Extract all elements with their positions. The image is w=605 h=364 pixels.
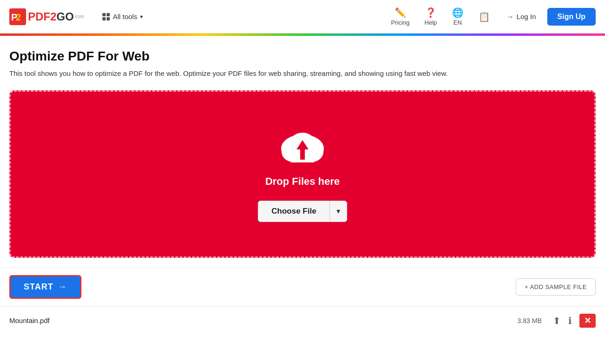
header: P 2 PDF 2 GO .com All tools ▾ ✏️ Pricing…: [0, 0, 605, 34]
choose-file-button[interactable]: Choose File ▾: [258, 201, 347, 222]
page-title: Optimize PDF For Web: [9, 49, 596, 64]
main-content: Optimize PDF For Web This tool shows you…: [0, 36, 605, 267]
login-icon: →: [507, 13, 514, 20]
login-label: Log In: [517, 13, 536, 20]
nav-history[interactable]: 📋: [473, 8, 496, 25]
help-icon: ❓: [425, 7, 437, 18]
download-icon: ⬆: [553, 316, 561, 326]
signup-label: Sign Up: [558, 13, 585, 20]
logo-go: GO: [56, 10, 74, 23]
logo-com: .com: [74, 14, 84, 19]
file-download-button[interactable]: ⬆: [549, 313, 565, 328]
file-name: Mountain.pdf: [9, 317, 518, 324]
language-label: EN: [453, 19, 462, 26]
drop-text: Drop Files here: [265, 175, 340, 188]
file-info-button[interactable]: ℹ: [565, 313, 576, 328]
chevron-down-icon: ▾: [140, 13, 143, 20]
file-row: Mountain.pdf 3.83 MB ⬆ ℹ ✕: [0, 306, 605, 335]
logo-2: 2: [50, 10, 56, 23]
bottom-toolbar: START → + ADD SAMPLE FILE: [0, 267, 605, 306]
start-arrow-icon: →: [58, 282, 67, 292]
close-icon: ✕: [584, 316, 591, 325]
help-label: Help: [424, 19, 437, 26]
grid-icon: [102, 13, 110, 20]
nav-pricing[interactable]: ✏️ Pricing: [385, 4, 415, 29]
file-size: 3.83 MB: [518, 317, 542, 324]
choose-file-dropdown-icon[interactable]: ▾: [329, 201, 347, 221]
drop-zone[interactable]: Drop Files here Choose File ▾: [9, 90, 596, 258]
login-button[interactable]: → Log In: [499, 9, 544, 24]
header-nav: ✏️ Pricing ❓ Help 🌐 EN 📋 → Log In Sign U…: [385, 4, 596, 29]
globe-icon: 🌐: [452, 7, 464, 18]
signup-button[interactable]: Sign Up: [547, 8, 596, 26]
add-sample-label: + ADD SAMPLE FILE: [524, 283, 587, 290]
nav-language[interactable]: 🌐 EN: [446, 4, 469, 29]
choose-file-label: Choose File: [258, 201, 329, 222]
upload-cloud-icon: [277, 126, 328, 168]
all-tools-label: All tools: [113, 13, 137, 20]
pricing-label: Pricing: [391, 19, 410, 26]
nav-help[interactable]: ❓ Help: [419, 4, 443, 29]
page-description: This tool shows you how to optimize a PD…: [9, 68, 521, 79]
start-label: START: [24, 282, 54, 292]
logo[interactable]: P 2 PDF 2 GO .com: [9, 8, 84, 25]
all-tools-button[interactable]: All tools ▾: [98, 10, 148, 23]
file-delete-button[interactable]: ✕: [579, 314, 596, 328]
svg-text:2: 2: [16, 12, 21, 22]
logo-icon: P 2: [9, 8, 26, 25]
history-icon: 📋: [478, 11, 490, 22]
start-button[interactable]: START →: [9, 275, 81, 299]
pricing-icon: ✏️: [395, 7, 406, 18]
logo-pdf: PDF: [28, 10, 50, 23]
add-sample-file-button[interactable]: + ADD SAMPLE FILE: [516, 278, 596, 296]
info-icon: ℹ: [568, 316, 572, 326]
